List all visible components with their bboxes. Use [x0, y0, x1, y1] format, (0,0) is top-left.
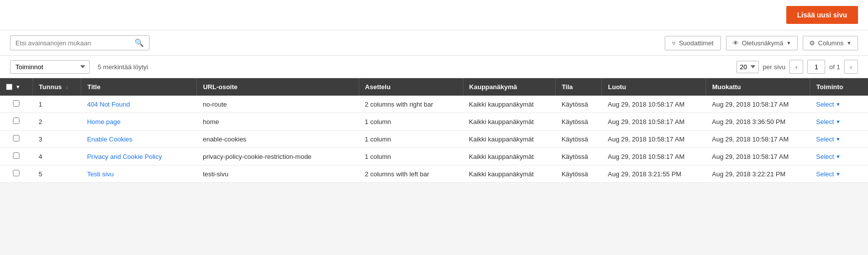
table-row: 3 Enable Cookies enable-cookies 1 column…: [0, 130, 868, 148]
prev-page-button[interactable]: ‹: [789, 60, 803, 74]
table-header-row: ▼ Tunnus ↕ Title URL-osoite Asettelu Kau…: [0, 78, 868, 96]
row-select-button[interactable]: Select ▼: [816, 170, 862, 178]
chevron-down-icon-action: ▼: [836, 171, 841, 177]
columns-button-label: Columns: [818, 39, 844, 47]
row-checkbox-cell: [0, 113, 33, 130]
row-title-link[interactable]: Testi sivu: [87, 170, 114, 178]
record-count: 5 merkintää löytyi: [98, 63, 148, 71]
row-title: Home page: [81, 113, 197, 130]
th-checkbox: ▼: [0, 78, 33, 96]
th-modified-label: Muokattu: [712, 83, 741, 91]
row-checkbox[interactable]: [13, 100, 19, 107]
row-created: Aug 29, 2018 10:58:17 AM: [602, 113, 706, 130]
row-id: 5: [33, 165, 81, 183]
eye-icon: 👁: [732, 39, 739, 47]
row-url: testi-sivu: [197, 165, 359, 183]
row-checkbox-cell: [0, 165, 33, 183]
per-page-select[interactable]: 20: [736, 61, 759, 73]
row-status: Käytössä: [556, 130, 602, 148]
row-store: Kaikki kauppanäkymät: [463, 130, 556, 148]
row-title-link[interactable]: 404 Not Found: [87, 101, 130, 108]
row-id: 2: [33, 113, 81, 130]
search-icon: 🔍: [135, 38, 144, 47]
row-action-cell: Select ▼: [810, 148, 868, 165]
row-layout: 2 columns with right bar: [359, 96, 463, 113]
th-url: URL-osoite: [197, 78, 359, 96]
row-checkbox-cell: [0, 130, 33, 148]
th-id-label: Tunnus: [39, 83, 62, 91]
row-status: Käytössä: [556, 96, 602, 113]
search-box: 🔍: [10, 35, 149, 50]
add-page-button[interactable]: Lisää uusi sivu: [786, 6, 858, 24]
view-button[interactable]: 👁 Oletusnäkymä ▼: [726, 36, 798, 50]
chevron-down-icon-action: ▼: [836, 154, 841, 159]
row-select-button[interactable]: Select ▼: [816, 101, 862, 108]
table-row: 2 Home page home 1 column Kaikki kauppan…: [0, 113, 868, 130]
actions-row: Toiminnot 5 merkintää löytyi 20 per sivu…: [0, 56, 868, 78]
row-created: Aug 29, 2018 10:58:17 AM: [602, 130, 706, 148]
chevron-down-icon2: ▼: [847, 40, 852, 46]
top-bar: Lisää uusi sivu: [0, 0, 868, 30]
row-modified: Aug 29, 2018 3:36:50 PM: [706, 113, 810, 130]
row-action-cell: Select ▼: [810, 113, 868, 130]
table-row: 5 Testi sivu testi-sivu 2 columns with l…: [0, 165, 868, 183]
toolbar-left: 🔍: [10, 35, 149, 50]
sort-icon[interactable]: ↕: [66, 85, 68, 90]
row-title-link[interactable]: Privacy and Cookie Policy: [87, 153, 162, 160]
chevron-down-icon3[interactable]: ▼: [15, 84, 20, 90]
row-created: Aug 29, 2018 10:58:17 AM: [602, 96, 706, 113]
row-title-link[interactable]: Home page: [87, 118, 121, 126]
th-action-label: Toiminto: [816, 83, 843, 91]
row-checkbox[interactable]: [13, 152, 19, 159]
row-layout: 2 columns with left bar: [359, 165, 463, 183]
th-layout-label: Asettelu: [365, 83, 391, 91]
row-url: privacy-policy-cookie-restriction-mode: [197, 148, 359, 165]
toolbar: 🔍 ▿ Suodattimet 👁 Oletusnäkymä ▼ ⚙ Colum…: [0, 30, 868, 56]
columns-button[interactable]: ⚙ Columns ▼: [803, 36, 858, 50]
page-number-input[interactable]: [807, 60, 825, 74]
select-all-checkbox[interactable]: [6, 84, 12, 90]
th-title-label: Title: [87, 83, 101, 91]
row-checkbox[interactable]: [13, 170, 19, 176]
pages-table: ▼ Tunnus ↕ Title URL-osoite Asettelu Kau…: [0, 78, 868, 183]
th-created-label: Luotu: [608, 83, 626, 91]
row-select-button[interactable]: Select ▼: [816, 153, 862, 160]
search-input[interactable]: [15, 39, 132, 47]
row-select-button[interactable]: Select ▼: [816, 135, 862, 143]
row-checkbox-cell: [0, 96, 33, 113]
th-status: Tila: [556, 78, 602, 96]
row-modified: Aug 29, 2018 10:58:17 AM: [706, 130, 810, 148]
row-action-cell: Select ▼: [810, 165, 868, 183]
row-url: home: [197, 113, 359, 130]
row-store: Kaikki kauppanäkymät: [463, 96, 556, 113]
row-created: Aug 29, 2018 10:58:17 AM: [602, 148, 706, 165]
th-created: Luotu: [602, 78, 706, 96]
row-title: Privacy and Cookie Policy: [81, 148, 197, 165]
row-status: Käytössä: [556, 165, 602, 183]
row-layout: 1 column: [359, 113, 463, 130]
table-row: 4 Privacy and Cookie Policy privacy-poli…: [0, 148, 868, 165]
row-status: Käytössä: [556, 113, 602, 130]
row-status: Käytössä: [556, 148, 602, 165]
th-url-label: URL-osoite: [203, 83, 237, 91]
row-created: Aug 29, 2018 3:21:55 PM: [602, 165, 706, 183]
row-action-cell: Select ▼: [810, 130, 868, 148]
chevron-down-icon-action: ▼: [836, 136, 841, 142]
actions-row-left: Toiminnot 5 merkintää löytyi: [10, 60, 148, 74]
row-modified: Aug 29, 2018 10:58:17 AM: [706, 96, 810, 113]
th-status-label: Tila: [562, 83, 573, 91]
row-select-button[interactable]: Select ▼: [816, 118, 862, 126]
row-checkbox[interactable]: [13, 135, 19, 141]
filter-button[interactable]: ▿ Suodattimet: [665, 36, 721, 50]
th-title: Title: [81, 78, 197, 96]
chevron-down-icon-action: ▼: [836, 119, 841, 125]
row-checkbox[interactable]: [13, 118, 19, 124]
actions-select[interactable]: Toiminnot: [10, 60, 90, 74]
next-page-button[interactable]: ›: [844, 60, 858, 74]
row-id: 1: [33, 96, 81, 113]
row-store: Kaikki kauppanäkymät: [463, 165, 556, 183]
row-title: 404 Not Found: [81, 96, 197, 113]
row-title-link[interactable]: Enable Cookies: [87, 135, 133, 143]
th-store: Kauppanäkymä: [463, 78, 556, 96]
row-store: Kaikki kauppanäkymät: [463, 113, 556, 130]
